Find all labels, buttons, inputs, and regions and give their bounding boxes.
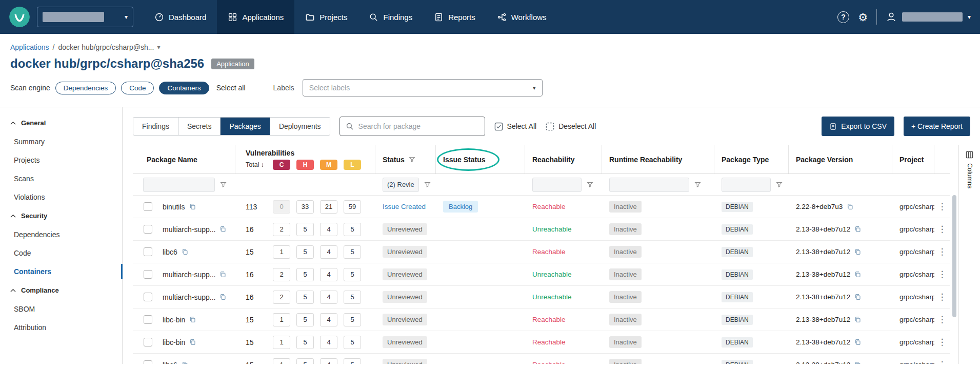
sidebar-item-scans[interactable]: Scans	[0, 169, 122, 188]
copy-icon[interactable]	[854, 226, 861, 233]
sidebar-item-projects[interactable]: Projects	[0, 151, 122, 169]
sidebar-section-compliance[interactable]: Compliance	[0, 281, 122, 300]
select-all-button[interactable]: Select All	[494, 122, 537, 131]
package-name-filter-input[interactable]	[143, 178, 215, 192]
copy-icon[interactable]	[182, 361, 188, 364]
sort-desc-icon[interactable]: ↓	[261, 161, 264, 168]
filter-icon[interactable]	[776, 181, 783, 188]
vuln-low-count: 5	[344, 268, 361, 281]
filter-icon[interactable]	[587, 181, 593, 188]
status-value[interactable]: Unreviewed	[383, 246, 427, 258]
package-type-chip: DEBIAN	[722, 292, 753, 302]
row-menu-button[interactable]: ⋮	[934, 354, 950, 364]
reachability-filter-input[interactable]	[532, 178, 582, 192]
sidebar-item-dependencies[interactable]: Dependencies	[0, 225, 122, 244]
copy-icon[interactable]	[854, 316, 861, 323]
status-value[interactable]: Unreviewed	[383, 268, 427, 280]
vuln-critical-count: 1	[273, 245, 290, 259]
tab-deployments[interactable]: Deployments	[270, 118, 330, 135]
nav-item-workflows[interactable]: Workflows	[486, 0, 557, 34]
sidebar-section-security[interactable]: Security	[0, 206, 122, 225]
copy-icon[interactable]	[219, 294, 226, 300]
copy-icon[interactable]	[189, 339, 196, 345]
row-checkbox[interactable]	[144, 338, 152, 346]
vuln-total: 16	[246, 225, 273, 234]
scan-pill-containers[interactable]: Containers	[159, 82, 209, 94]
copy-icon[interactable]	[847, 203, 853, 210]
filter-icon[interactable]	[220, 181, 227, 188]
row-menu-button[interactable]: ⋮	[934, 286, 950, 308]
sidebar-item-sbom[interactable]: SBOM	[0, 300, 122, 318]
status-value[interactable]: Unreviewed	[383, 223, 427, 235]
runtime-reachability-filter-input[interactable]	[609, 178, 689, 192]
status-value[interactable]: Unreviewed	[383, 314, 427, 325]
copy-icon[interactable]	[854, 294, 861, 300]
row-checkbox[interactable]	[144, 315, 152, 324]
status-value[interactable]: Unreviewed	[383, 336, 427, 348]
copy-icon[interactable]	[189, 316, 196, 323]
package-type-filter-input[interactable]	[722, 178, 771, 192]
status-value[interactable]: Unreviewed	[383, 359, 427, 364]
scan-pill-dependencies[interactable]: Dependencies	[55, 82, 116, 94]
row-menu-button[interactable]: ⋮	[934, 309, 950, 331]
tab-packages[interactable]: Packages	[221, 118, 270, 135]
nav-item-findings[interactable]: Findings	[358, 0, 423, 34]
copy-icon[interactable]	[182, 248, 188, 255]
nav-item-projects[interactable]: Projects	[294, 0, 358, 34]
row-checkbox[interactable]	[144, 270, 152, 279]
row-checkbox[interactable]	[144, 293, 152, 301]
create-report-button[interactable]: + Create Report	[904, 117, 970, 136]
columns-panel-button[interactable]: Columns	[958, 145, 980, 364]
copy-icon[interactable]	[854, 271, 861, 278]
scrollbar-thumb[interactable]	[952, 195, 956, 317]
package-type-chip: DEBIAN	[722, 337, 753, 348]
tab-findings[interactable]: Findings	[133, 118, 178, 135]
status-value[interactable]: Unreviewed	[383, 291, 427, 303]
org-selector-dropdown[interactable]: ▾	[37, 7, 133, 27]
header-label: Vulnerabilities	[246, 149, 294, 157]
help-icon[interactable]: ?	[837, 11, 849, 23]
sidebar-item-code[interactable]: Code	[0, 244, 122, 262]
tab-secrets[interactable]: Secrets	[178, 118, 221, 135]
copy-icon[interactable]	[854, 361, 861, 364]
sidebar-section-general[interactable]: General	[0, 113, 122, 132]
sidebar-item-violations[interactable]: Violations	[0, 188, 122, 206]
sidebar-item-containers[interactable]: Containers	[0, 262, 122, 281]
deselect-all-button[interactable]: Deselect All	[546, 122, 596, 131]
nav-item-applications[interactable]: Applications	[217, 0, 294, 34]
brand-logo[interactable]	[9, 7, 30, 27]
labels-select-dropdown[interactable]: Select labels ▾	[303, 79, 543, 97]
row-checkbox[interactable]	[144, 247, 152, 256]
row-checkbox[interactable]	[144, 360, 152, 364]
row-menu-button[interactable]: ⋮	[934, 263, 950, 285]
breadcrumb-root-link[interactable]: Applications	[10, 43, 49, 51]
copy-icon[interactable]	[854, 339, 861, 345]
sidebar-item-attribution[interactable]: Attribution	[0, 318, 122, 337]
row-menu-button[interactable]: ⋮	[934, 241, 950, 263]
gear-icon[interactable]: ⚙	[858, 12, 868, 23]
breadcrumb-current[interactable]: docker hub/grpc/csharp@sh... ▾	[58, 43, 160, 51]
search-input[interactable]	[358, 122, 479, 130]
copy-icon[interactable]	[189, 203, 196, 210]
status-value[interactable]: Issue Created	[383, 203, 426, 210]
scan-select-all[interactable]: Select all	[216, 84, 246, 92]
row-menu-button[interactable]: ⋮	[934, 218, 950, 240]
nav-item-dashboard[interactable]: Dashboard	[144, 0, 217, 34]
row-menu-button[interactable]: ⋮	[934, 331, 950, 353]
sidebar-item-summary[interactable]: Summary	[0, 132, 122, 151]
row-checkbox[interactable]	[144, 202, 152, 211]
filter-icon[interactable]	[694, 181, 701, 188]
filter-icon[interactable]	[424, 181, 431, 188]
copy-icon[interactable]	[854, 248, 861, 255]
nav-item-reports[interactable]: Reports	[423, 0, 486, 34]
filter-icon[interactable]	[409, 156, 415, 163]
user-menu[interactable]: ▾	[886, 11, 971, 23]
scan-pill-code[interactable]: Code	[121, 82, 154, 94]
chevron-down-icon: ▾	[968, 14, 971, 20]
row-checkbox[interactable]	[144, 225, 152, 234]
status-filter-value[interactable]: (2) Revie	[383, 178, 419, 192]
export-csv-button[interactable]: Export to CSV	[822, 117, 894, 136]
row-menu-button[interactable]: ⋮	[934, 196, 950, 218]
copy-icon[interactable]	[219, 271, 226, 278]
copy-icon[interactable]	[219, 226, 226, 233]
